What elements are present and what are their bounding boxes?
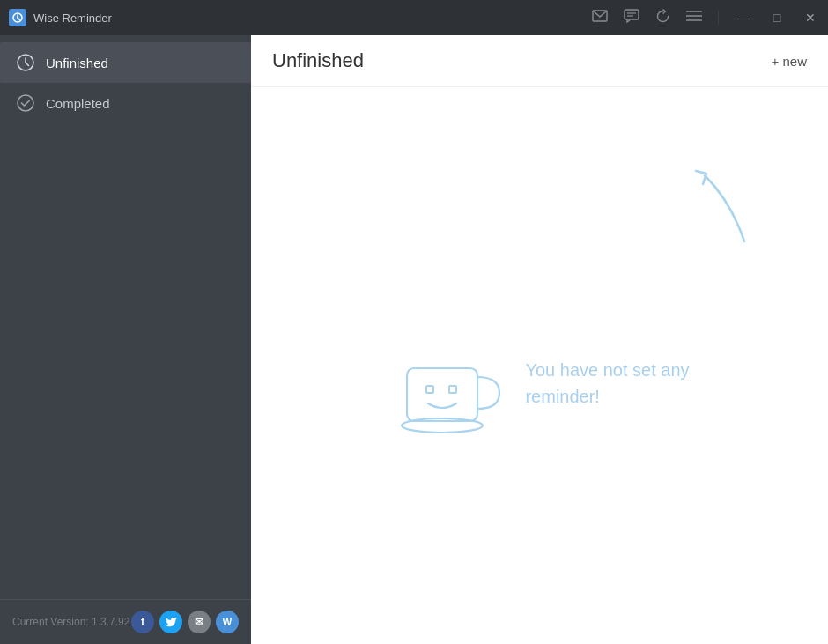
titlebar-separator	[718, 11, 719, 25]
svg-rect-17	[449, 386, 456, 393]
social-icons: f ✉ W	[131, 611, 239, 633]
twitter-button[interactable]	[159, 611, 182, 633]
minimize-button[interactable]: —	[735, 11, 752, 25]
svg-line-12	[26, 63, 29, 66]
cup-illustration	[389, 324, 504, 442]
app-icon	[9, 9, 26, 26]
check-circle-icon	[16, 93, 35, 113]
sidebar-item-unfinished[interactable]: Unfinished	[0, 42, 251, 83]
empty-text: You have not set any reminder!	[525, 357, 689, 410]
app-title: Wise Reminder	[33, 11, 112, 25]
content-panel: Unfinished + new	[251, 35, 828, 644]
svg-rect-4	[625, 10, 639, 19]
menu-icon[interactable]	[686, 10, 702, 26]
titlebar: Wise Reminder	[0, 0, 828, 35]
sidebar-item-label-completed: Completed	[46, 96, 110, 111]
content-body: You have not set any reminder!	[251, 87, 828, 644]
refresh-icon[interactable]	[655, 9, 670, 27]
mail-icon[interactable]	[592, 10, 608, 26]
sidebar-footer: Current Version: 1.3.7.92 f ✉ W	[0, 599, 251, 644]
facebook-button[interactable]: f	[131, 611, 154, 633]
sidebar: Unfinished Completed Current Version: 1.…	[0, 35, 251, 644]
version-text: Current Version: 1.3.7.92	[12, 616, 129, 628]
titlebar-left: Wise Reminder	[9, 9, 112, 26]
email-button[interactable]: ✉	[188, 611, 211, 633]
sidebar-item-label-unfinished: Unfinished	[46, 56, 108, 70]
empty-state: You have not set any reminder!	[389, 324, 689, 442]
svg-rect-15	[407, 368, 477, 421]
empty-line1: You have not set any	[525, 360, 689, 380]
chat-icon[interactable]	[624, 9, 639, 26]
arrow-hint	[678, 158, 758, 258]
sidebar-nav: Unfinished Completed	[0, 35, 251, 599]
svg-rect-16	[426, 386, 433, 393]
clock-icon	[16, 53, 35, 72]
maximize-button[interactable]: □	[768, 11, 786, 25]
content-title: Unfinished	[272, 49, 364, 72]
close-button[interactable]: ✕	[802, 11, 819, 25]
svg-point-13	[18, 95, 33, 111]
main: Unfinished Completed Current Version: 1.…	[0, 35, 828, 644]
empty-line2: reminder!	[525, 387, 599, 406]
titlebar-controls: — □ ✕	[592, 9, 819, 27]
sidebar-item-completed[interactable]: Completed	[0, 83, 251, 123]
website-button[interactable]: W	[216, 611, 239, 633]
new-button[interactable]: + new	[772, 54, 807, 69]
empty-message: You have not set any reminder!	[525, 357, 689, 410]
new-button-label: + new	[772, 54, 807, 69]
content-header: Unfinished + new	[251, 35, 828, 87]
svg-line-2	[18, 18, 20, 20]
